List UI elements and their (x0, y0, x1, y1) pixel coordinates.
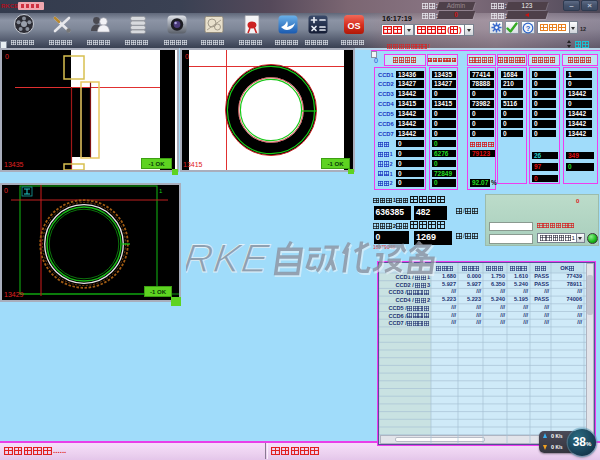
svg-text:13415: 13415 (183, 161, 203, 168)
svg-text:0: 0 (4, 187, 8, 194)
svg-text:0: 0 (185, 53, 189, 60)
svg-text:OS: OS (347, 21, 360, 31)
svg-text:RKE: RKE (186, 236, 273, 281)
svg-text:0: 0 (5, 53, 9, 60)
svg-text:13435: 13435 (4, 161, 24, 168)
svg-text:?: ? (526, 23, 531, 32)
svg-text:13429: 13429 (4, 291, 24, 298)
